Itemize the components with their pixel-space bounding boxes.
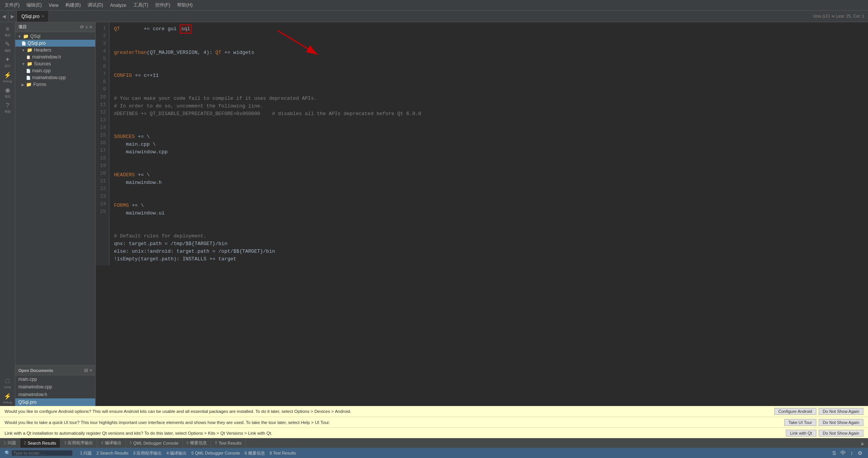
- statusbar: 🔍 | 1 问题 2 Search Results 3 应用程序输出 4 编译输…: [0, 448, 868, 458]
- notif-text-android: Would you like to configure Android opti…: [5, 409, 351, 414]
- open-docs-header: Open Documents ⊟ ×: [15, 365, 95, 375]
- tree-expand-forms: ▶: [21, 83, 24, 87]
- sidebar-btn-debug2[interactable]: ⚡ Debug: [0, 391, 15, 406]
- panel-sync-btn[interactable]: ⟳: [80, 24, 84, 30]
- tree-label-sources: Sources: [34, 61, 51, 67]
- left-icons-bottom: □ QSql ⚡ Debug: [0, 375, 15, 406]
- status-btn-arrows[interactable]: ↕: [848, 450, 855, 456]
- tree-label-qsql: QSql: [30, 34, 41, 39]
- do-not-show-ui-tour-btn[interactable]: Do Not Show Again: [819, 419, 863, 426]
- status-search-area: 🔍: [3, 450, 74, 456]
- code-content: 1234567891011121314151617181920212223242…: [96, 22, 868, 265]
- debug2-icon: ⚡: [4, 393, 11, 400]
- left-icon-sidebar: ≡ 项目 ✎ 编辑 ✦ 设计 ⚡ Debug ◉ 项目 ? 帮助 □ QSql: [0, 22, 15, 406]
- bottom-tab-compile[interactable]: 4 编译输出: [97, 438, 126, 448]
- bottom-tab-app-output[interactable]: 3 应用程序输出: [60, 438, 98, 448]
- tabbar: ◀ ▶ QSql.pro × Unix (LF) ≑ Line: 25, Col…: [0, 11, 868, 22]
- status-btn-s[interactable]: S: [830, 450, 838, 456]
- tree-expand-headers: ▼: [21, 48, 25, 52]
- search-icon: 🔍: [5, 450, 10, 456]
- bottom-tab-bar: 1 问题 2 Search Results 3 应用程序输出 4 编译输出 5 …: [0, 438, 868, 448]
- locate-input[interactable]: [11, 450, 73, 456]
- open-doc-qsql-pro[interactable]: QSql.pro: [15, 398, 95, 406]
- sidebar-btn-qsql[interactable]: □ QSql: [0, 375, 15, 391]
- notif-text-ui-tour: Would you like to take a quick UI tour? …: [5, 420, 330, 425]
- tree-item-mainwindow-cpp[interactable]: 📄 mainwindow.cpp: [15, 74, 95, 81]
- bottom-tab-qml-debug[interactable]: 5 QML Debugger Console: [126, 438, 183, 448]
- link-with-qt-btn[interactable]: Link with Qt: [786, 430, 816, 437]
- open-doc-main-cpp[interactable]: main.cpp: [15, 375, 95, 383]
- menu-help[interactable]: 帮助(H): [174, 1, 196, 9]
- tree-item-sources[interactable]: ▼ 📁 Sources: [15, 60, 95, 67]
- bottom-tab-search-results[interactable]: 2 Search Results: [20, 438, 60, 448]
- sidebar-btn-design[interactable]: ✦ 设计: [0, 54, 15, 70]
- tab-label-problems: 问题: [8, 440, 16, 446]
- take-ui-tour-btn[interactable]: Take UI Tour: [784, 419, 816, 426]
- tab-qsql-pro[interactable]: QSql.pro ×: [17, 11, 49, 22]
- sidebar-btn-edit[interactable]: ✎ 编辑: [0, 39, 15, 54]
- tree-item-qsql[interactable]: ▼ 📁 QSql: [15, 33, 95, 40]
- open-docs-close-btn[interactable]: ×: [89, 368, 92, 373]
- tree-item-headers[interactable]: ▼ 📁 Headers: [15, 47, 95, 54]
- open-docs-list: main.cpp mainwindow.cpp mainwindow.h QSq…: [15, 375, 95, 406]
- project-panel: 项目 ⟳ ≡ × ▼ 📁 QSql 📄 QSql.pro: [15, 22, 96, 406]
- cpp-file-icon-main: 📄: [26, 69, 31, 73]
- panel-close-btn[interactable]: ×: [89, 24, 92, 30]
- project-panel-top: 项目 ⟳ ≡ × ▼ 📁 QSql 📄 QSql.pro: [15, 22, 95, 365]
- tab-label-summary: 概要信息: [190, 440, 207, 446]
- status-compile-output: 4 编译输出: [165, 450, 188, 456]
- open-doc-mainwindow-cpp[interactable]: mainwindow.cpp: [15, 383, 95, 391]
- status-app-output: 3 应用程序输出: [132, 450, 163, 456]
- sidebar-btn-project[interactable]: ≡ 项目: [0, 24, 15, 39]
- bottom-tab-summary[interactable]: 6 概要信息: [183, 438, 211, 448]
- open-doc-mainwindow-h[interactable]: mainwindow.h: [15, 391, 95, 398]
- do-not-show-android-btn[interactable]: Do Not Show Again: [819, 408, 863, 415]
- menu-build[interactable]: 构建(B): [62, 1, 84, 9]
- menu-edit[interactable]: 编辑(E): [23, 1, 45, 9]
- tab-label: QSql.pro: [21, 14, 39, 19]
- project2-icon: ◉: [5, 86, 10, 94]
- code-editor[interactable]: 1234567891011121314151617181920212223242…: [96, 22, 868, 406]
- bottom-tab-test-results[interactable]: 8 Test Results: [211, 438, 245, 448]
- project-icon: ≡: [6, 26, 9, 32]
- menu-debug[interactable]: 调试(D): [85, 1, 106, 9]
- status-btn-chinese[interactable]: 中: [838, 450, 848, 456]
- notif-row-android: Would you like to configure Android opti…: [0, 406, 868, 417]
- menu-tools[interactable]: 工具(T): [130, 1, 151, 9]
- tab-close-btn[interactable]: ×: [42, 14, 44, 18]
- project-tree: ▼ 📁 QSql 📄 QSql.pro ▼ 📁 Headers 📋: [15, 32, 95, 365]
- menu-view[interactable]: View: [46, 2, 62, 9]
- tab-num-6: 6: [187, 441, 189, 445]
- tree-item-main-cpp[interactable]: 📄 main.cpp: [15, 67, 95, 74]
- project-panel-header: 项目 ⟳ ≡ ×: [15, 22, 95, 32]
- tab-nav-prev[interactable]: ◀: [0, 11, 8, 22]
- sidebar-btn-project2[interactable]: ◉ 项目: [0, 85, 15, 100]
- do-not-show-link-qt-btn[interactable]: Do Not Show Again: [819, 430, 863, 437]
- menubar: 文件(F) 编辑(E) View 构建(B) 调试(D) Analyze 工具(…: [0, 0, 868, 11]
- tab-nav-next[interactable]: ▶: [8, 11, 17, 22]
- tree-item-mainwindow-h[interactable]: 📋 mainwindow.h: [15, 54, 95, 60]
- bottom-tab-problems[interactable]: 1 问题: [0, 438, 20, 448]
- panel-filter-btn[interactable]: ≡: [85, 24, 88, 30]
- headers-folder-icon: 📁: [27, 47, 33, 53]
- debug-icon: ⚡: [4, 71, 11, 79]
- sidebar-btn-help[interactable]: ? 帮助: [0, 100, 15, 115]
- configure-android-btn[interactable]: Configure Android: [774, 408, 816, 415]
- menu-controls[interactable]: 控件(F): [152, 1, 173, 9]
- sidebar-label-debug2: Debug: [3, 401, 12, 404]
- notifications-bar: Would you like to configure Android opti…: [0, 406, 868, 438]
- open-doc-label-main: main.cpp: [18, 377, 37, 382]
- status-search-results: 2 Search Results: [95, 451, 130, 455]
- notif-actions-link-qt: Link with Qt Do Not Show Again: [786, 430, 863, 437]
- edit-icon: ✎: [5, 41, 10, 48]
- open-docs-split-btn[interactable]: ⊟: [84, 368, 88, 373]
- status-btn-settings[interactable]: ⚙: [855, 450, 865, 456]
- menu-analyze[interactable]: Analyze: [107, 2, 130, 9]
- bottom-panel-expand-btn[interactable]: ▲: [860, 440, 865, 446]
- tree-item-qsql-pro[interactable]: 📄 QSql.pro: [15, 40, 95, 47]
- sidebar-btn-debug[interactable]: ⚡ Debug: [0, 70, 15, 85]
- project-folder-icon: 📁: [23, 34, 29, 39]
- tab-label-qml-debug: QML Debugger Console: [133, 441, 178, 445]
- menu-file[interactable]: 文件(F): [2, 1, 23, 9]
- tree-item-forms[interactable]: ▶ 📁 Forms: [15, 81, 95, 88]
